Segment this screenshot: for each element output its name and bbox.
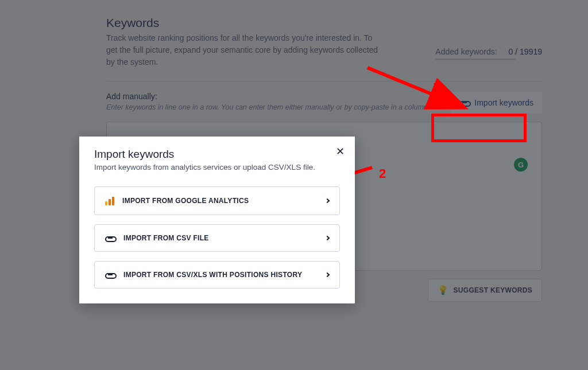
chevron-right-icon [325, 236, 330, 240]
close-icon: ✕ [336, 145, 345, 158]
import-keywords-modal: ✕ Import keywords Import keywords from a… [79, 137, 355, 303]
import-option-google-analytics[interactable]: IMPORT FROM GOOGLE ANALYTICS [94, 186, 340, 215]
import-option-csv[interactable]: IMPORT FROM CSV FILE [94, 224, 340, 252]
attach-icon [105, 272, 115, 278]
import-option-label: IMPORT FROM GOOGLE ANALYTICS [122, 197, 249, 205]
import-option-csv-xls-history[interactable]: IMPORT FROM CSV/XLS WITH POSITIONS HISTO… [94, 261, 340, 289]
close-button[interactable]: ✕ [333, 145, 347, 158]
import-option-label: IMPORT FROM CSV FILE [123, 234, 209, 242]
import-option-label: IMPORT FROM CSV/XLS WITH POSITIONS HISTO… [123, 271, 302, 279]
chevron-right-icon [325, 198, 330, 203]
modal-title: Import keywords [94, 148, 340, 161]
attach-icon [105, 235, 115, 241]
modal-description: Import keywords from analytics services … [94, 163, 340, 172]
chevron-right-icon [325, 272, 330, 277]
google-analytics-icon [105, 196, 114, 205]
